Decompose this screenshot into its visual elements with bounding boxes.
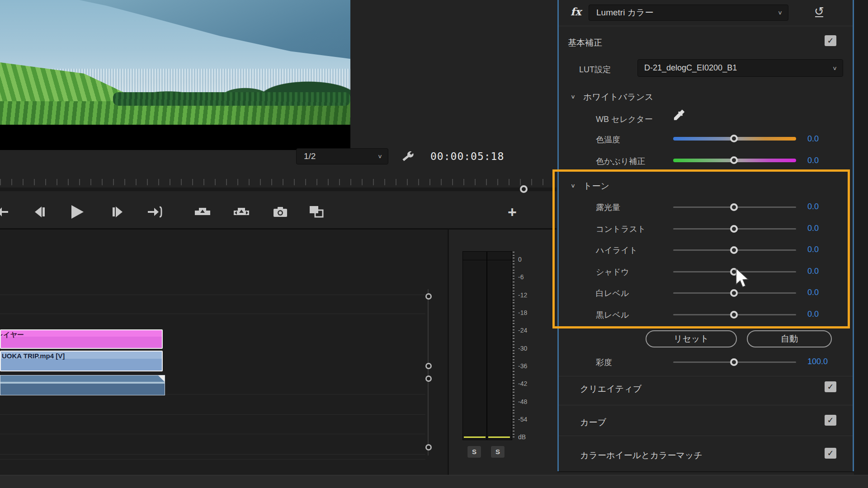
basic-correction-checkbox[interactable] (825, 35, 836, 46)
tint-slider[interactable] (673, 159, 796, 162)
program-timecode[interactable]: 00:00:05:18 (430, 150, 504, 162)
meter-scale-label: 0 (518, 256, 539, 263)
play-in-to-out-button[interactable] (146, 202, 165, 221)
shadows-slider[interactable] (673, 271, 796, 272)
shadows-value[interactable]: 0.0 (807, 267, 819, 276)
meter-channel-divider (486, 252, 487, 440)
tone-title[interactable]: トーン (583, 180, 609, 192)
blacks-slider-knob[interactable] (730, 311, 738, 319)
clip-label: UOKA TRIP.mp4 [V] (2, 352, 162, 360)
lift-icon (194, 206, 211, 218)
exposure-value[interactable]: 0.0 (807, 202, 819, 211)
play-button[interactable] (68, 202, 87, 221)
section-title-color-wheels[interactable]: カラーホイールとカラーマッチ (580, 450, 703, 461)
app-bottom-bar (0, 475, 868, 488)
fx-icon: fx (571, 5, 581, 18)
creative-checkbox[interactable] (825, 381, 836, 392)
contrast-slider-knob[interactable] (730, 225, 738, 233)
video-frame-image (0, 0, 350, 125)
curves-checkbox[interactable] (825, 415, 836, 426)
export-frame-button[interactable] (271, 202, 290, 221)
highlights-label: ハイライト (596, 245, 637, 256)
contrast-slider[interactable] (673, 228, 796, 230)
meter-scale-label: -6 (518, 273, 539, 281)
timeline-scrollbar-track[interactable] (428, 289, 429, 455)
adjustment-layer-clip[interactable]: レイヤー (0, 329, 163, 349)
meter-level-right (488, 436, 510, 438)
track-divider (0, 414, 425, 415)
monitor-scrub-ruler[interactable] (0, 179, 557, 185)
blacks-value[interactable]: 0.0 (807, 310, 819, 319)
timeline-scrollbar-knob[interactable] (425, 293, 432, 300)
playback-resolution-dropdown[interactable]: 1/2 (296, 148, 388, 164)
step-forward-icon (111, 206, 124, 218)
track-resize-knob[interactable] (425, 375, 432, 382)
meter-scale-label: -18 (518, 309, 539, 316)
solo-right-button[interactable]: S (491, 446, 505, 458)
exposure-slider-knob[interactable] (730, 203, 738, 211)
auto-button[interactable]: 自動 (747, 330, 832, 347)
play-in-to-out-icon (147, 206, 163, 218)
blacks-slider[interactable] (673, 314, 796, 315)
track-divider (0, 314, 425, 314)
eyedropper-icon (672, 109, 686, 123)
track-divider (0, 434, 425, 434)
saturation-value[interactable]: 100.0 (807, 357, 828, 366)
reset-button[interactable]: リセット (646, 330, 737, 347)
button-editor-add-button[interactable]: + (503, 202, 522, 221)
whites-value[interactable]: 0.0 (807, 288, 819, 297)
camera-icon (273, 206, 288, 218)
video-hedge (113, 92, 350, 106)
extract-button[interactable] (232, 202, 251, 221)
chevron-down-icon (832, 65, 837, 71)
whites-slider-knob[interactable] (730, 289, 738, 297)
meter-scale-label: -12 (518, 291, 539, 299)
wb-eyedropper-button[interactable] (672, 109, 686, 123)
section-title-curves[interactable]: カーブ (580, 417, 606, 428)
color-wheels-checkbox[interactable] (825, 448, 836, 459)
audio-meters-panel: 0 -6 -12 -18 -24 -30 -36 -42 -48 -54 dB … (449, 230, 557, 475)
exposure-slider[interactable] (673, 206, 796, 208)
track-resize-knob[interactable] (425, 444, 432, 450)
step-forward-button[interactable] (108, 202, 127, 221)
chevron-down-icon[interactable] (571, 183, 576, 189)
step-back-icon (33, 206, 46, 218)
monitor-zoom-scrollbar[interactable] (0, 188, 557, 191)
lift-button[interactable] (193, 202, 212, 221)
white-balance-title[interactable]: ホワイトバランス (583, 91, 654, 103)
video-clip-v1[interactable]: UOKA TRIP.mp4 [V] (0, 351, 163, 371)
lut-dropdown[interactable]: D-21_delogC_EI0200_B1 (637, 59, 843, 77)
highlights-value[interactable]: 0.0 (807, 245, 819, 254)
comparison-view-button[interactable] (307, 202, 326, 221)
saturation-slider[interactable] (673, 361, 796, 363)
solo-left-button[interactable]: S (467, 446, 481, 458)
whites-slider[interactable] (673, 292, 796, 294)
highlights-slider[interactable] (673, 249, 796, 251)
saturation-slider-knob[interactable] (730, 358, 738, 366)
tint-slider-knob[interactable] (730, 156, 738, 164)
section-title-basic-correction[interactable]: 基本補正 (568, 37, 602, 49)
whites-label: 白レベル (596, 288, 629, 299)
reset-effect-button[interactable]: ↺ (811, 5, 827, 21)
step-back-button[interactable] (30, 202, 49, 221)
temperature-slider-knob[interactable] (730, 135, 738, 142)
temperature-value[interactable]: 0.0 (807, 134, 819, 144)
monitor-settings-wrench-button[interactable] (400, 149, 415, 164)
meter-scale-label: -36 (518, 362, 539, 370)
monitor-zoom-scrollbar-knob[interactable] (520, 185, 528, 193)
meter-tick-scale (513, 252, 514, 439)
shadows-label: シャドウ (596, 267, 629, 277)
wrench-icon (400, 149, 415, 164)
highlights-slider-knob[interactable] (730, 246, 738, 254)
audio-clip-a1[interactable] (0, 375, 165, 395)
go-to-in-point-button[interactable] (0, 202, 13, 221)
chevron-down-icon[interactable] (571, 94, 576, 100)
track-resize-knob[interactable] (425, 363, 432, 369)
section-title-creative[interactable]: クリエイティブ (580, 383, 642, 395)
tint-value[interactable]: 0.0 (807, 156, 819, 165)
contrast-value[interactable]: 0.0 (807, 224, 819, 233)
section-divider (559, 405, 853, 405)
meter-scale-label: -24 (518, 327, 539, 334)
temperature-slider[interactable] (673, 137, 796, 141)
effect-selector-dropdown[interactable]: Lumetri カラー (589, 5, 788, 21)
